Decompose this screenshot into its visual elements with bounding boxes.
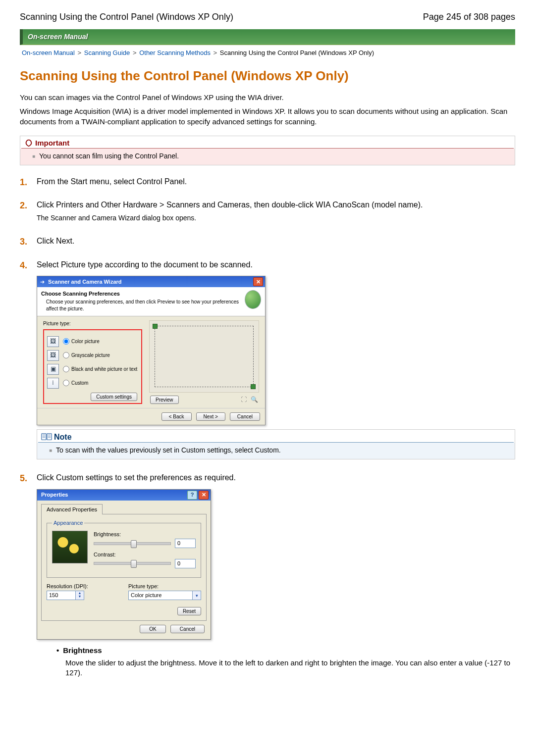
wizard-arrow-icon: ➔ <box>40 279 45 285</box>
custom-settings-button[interactable]: Custom settings <box>91 393 137 401</box>
radio-gray[interactable] <box>63 352 69 358</box>
appearance-thumbnail <box>52 531 88 563</box>
important-label: Important <box>33 138 69 148</box>
crumb-current: Scanning Using the Control Panel (Window… <box>220 49 374 56</box>
crumb-sep: > <box>77 49 83 56</box>
opt-gray[interactable]: 🖼 Grayscale picture <box>47 350 138 361</box>
note-label: Note <box>52 432 72 443</box>
important-icon <box>24 139 33 148</box>
step-5-text: Click Custom settings to set the prefere… <box>37 473 236 482</box>
intro-p2: Windows Image Acquisition (WIA) is a dri… <box>20 106 515 127</box>
crumb-1[interactable]: Scanning Guide <box>84 49 130 56</box>
picture-type-select[interactable]: Color picture ▾ <box>128 591 201 600</box>
wizard-head-bold: Choose Scanning Preferences <box>41 290 245 298</box>
opt-custom[interactable]: ⁞ Custom <box>47 378 138 389</box>
help-icon[interactable]: ? <box>187 491 197 500</box>
opt-color-label: Color picture <box>71 338 100 345</box>
appearance-group: Appearance Brightness: 0 <box>47 519 201 577</box>
page-title: Scanning Using the Control Panel (Window… <box>20 68 515 84</box>
crumb-0[interactable]: On-screen Manual <box>22 49 75 56</box>
crumb-sep: > <box>213 49 218 56</box>
header-left: Scanning Using the Control Panel (Window… <box>20 12 233 22</box>
picture-icon: 🖼 <box>47 350 59 361</box>
banner: On-screen Manual <box>20 29 515 45</box>
step-1-text: From the Start menu, select Control Pane… <box>37 177 187 186</box>
picture-type-label: Picture type: <box>128 583 201 590</box>
step-3-text: Click Next. <box>37 237 74 245</box>
wizard-titlebar: ➔ Scanner and Camera Wizard ✕ <box>37 276 265 287</box>
radio-custom[interactable] <box>63 380 69 386</box>
header-right: Page 245 of 308 pages <box>423 12 515 22</box>
step-5: 5. Click Custom settings to set the pref… <box>20 472 515 678</box>
tab-advanced[interactable]: Advanced Properties <box>41 504 103 515</box>
picture-type-group: 🖼 Color picture 🖼 Grayscale picture <box>43 329 142 404</box>
note-callout: Note To scan with the values previously … <box>37 429 515 459</box>
step-4: 4. Select Picture type according to the … <box>20 259 515 459</box>
wizard-head-sub: Choose your scanning preferences, and th… <box>41 298 245 313</box>
chevron-down-icon[interactable]: ▾ <box>192 591 201 600</box>
cancel-button[interactable]: Cancel <box>230 412 260 421</box>
def-desc-brightness: Move the slider to adjust the brightness… <box>65 658 515 678</box>
step-1: 1. From the Start menu, select Control P… <box>20 176 515 187</box>
contrast-slider[interactable] <box>94 562 171 565</box>
note-icon <box>41 433 52 441</box>
back-button[interactable]: < Back <box>161 412 192 421</box>
picture-icon: 🖼 <box>47 336 59 347</box>
preview-button[interactable]: Preview <box>150 396 179 404</box>
picture-type-label: Picture type: <box>43 320 142 327</box>
brightness-value[interactable]: 0 <box>175 539 196 548</box>
resolution-spinner[interactable]: 150 ▲▼ <box>47 591 84 600</box>
picture-icon: ▣ <box>47 364 59 375</box>
preview-surface <box>149 320 259 393</box>
breadcrumb: On-screen Manual > Scanning Guide > Othe… <box>20 45 515 58</box>
brightness-label: Brightness: <box>94 531 196 538</box>
contrast-value[interactable]: 0 <box>175 559 196 568</box>
note-text: To scan with the values previously set i… <box>49 446 281 454</box>
step-2-sub: The Scanner and Camera Wizard dialog box… <box>37 213 515 223</box>
step-2-text: Click Printers and Other Hardware > Scan… <box>37 201 423 209</box>
intro-p1: You can scan images via the Control Pane… <box>20 93 515 102</box>
crop-handle-icon[interactable] <box>251 384 256 389</box>
crumb-sep: > <box>132 49 138 56</box>
properties-dialog: Properties ? ✕ Advanced Properties Appea… <box>37 489 211 640</box>
properties-title: Properties <box>41 491 68 499</box>
crumb-2[interactable]: Other Scanning Methods <box>139 49 211 56</box>
radio-color[interactable] <box>63 338 69 345</box>
opt-custom-label: Custom <box>71 380 88 387</box>
close-icon[interactable]: ✕ <box>253 277 263 286</box>
next-button[interactable]: Next > <box>196 412 225 421</box>
svg-rect-4 <box>47 434 52 440</box>
ok-button[interactable]: OK <box>140 625 165 633</box>
step-4-text: Select Picture type according to the doc… <box>37 260 253 269</box>
step-2: 2. Click Printers and Other Hardware > S… <box>20 200 515 222</box>
cancel-button[interactable]: Cancel <box>170 625 205 633</box>
appearance-legend: Appearance <box>52 519 84 527</box>
svg-rect-0 <box>42 434 46 440</box>
spin-up-icon[interactable]: ▲ <box>76 591 84 595</box>
contrast-label: Contrast: <box>94 551 196 558</box>
reset-button[interactable]: Reset <box>177 607 201 615</box>
important-text: You cannot scan film using the Control P… <box>32 152 179 160</box>
banner-label: On-screen Manual <box>23 33 88 41</box>
wizard-title: Scanner and Camera Wizard <box>48 279 121 285</box>
opt-gray-label: Grayscale picture <box>71 352 110 359</box>
spin-down-icon[interactable]: ▼ <box>76 595 84 598</box>
wizard-graphic-icon <box>245 290 261 309</box>
resolution-label: Resolution (DPI): <box>47 583 119 590</box>
radio-bw[interactable] <box>63 366 69 372</box>
important-callout: Important You cannot scan film using the… <box>20 136 515 165</box>
wizard-dialog: ➔ Scanner and Camera Wizard ✕ Choose Sca… <box>37 276 266 425</box>
brightness-slider[interactable] <box>94 542 171 545</box>
opt-color[interactable]: 🖼 Color picture <box>47 336 138 347</box>
opt-bw-label: Black and white picture or text <box>71 366 137 373</box>
picture-icon: ⁞ <box>47 378 59 389</box>
zoom-icon[interactable]: ⛶ <box>241 396 247 403</box>
close-icon[interactable]: ✕ <box>199 491 209 500</box>
def-term-brightness: Brightness <box>56 646 515 655</box>
picture-type-value: Color picture <box>128 591 192 600</box>
resolution-value[interactable]: 150 <box>47 591 75 600</box>
crop-handle-icon[interactable] <box>153 324 158 329</box>
magnify-icon[interactable]: 🔍 <box>251 396 258 403</box>
opt-bw[interactable]: ▣ Black and white picture or text <box>47 364 138 375</box>
step-3: 3. Click Next. <box>20 236 515 247</box>
